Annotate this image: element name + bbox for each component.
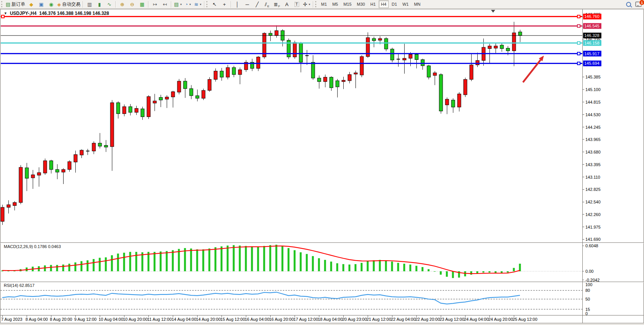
text-label-button[interactable]: T [292, 0, 302, 8]
candlestick-chart-icon: ▮ [98, 2, 101, 7]
bear-candle [190, 89, 193, 96]
periods-button[interactable]: ◔▾ [183, 0, 193, 8]
price-tick [582, 239, 584, 240]
timeframe-d1[interactable]: D1 [389, 0, 399, 8]
tile-windows-button[interactable]: ▦ [137, 0, 147, 8]
time-tick-label: 15 Aug 12:00 [220, 317, 245, 322]
new-order-button[interactable]: ▤新订单 [5, 0, 26, 8]
hline-146.545[interactable] [1, 26, 582, 27]
macd-bar [135, 252, 137, 271]
time-tick-label: 14 Aug 20:00 [196, 317, 221, 322]
auto-scroll-button[interactable]: ↦ [150, 0, 160, 8]
bull-candle [1, 207, 4, 221]
zoom-in-button[interactable]: ⊕ [117, 0, 127, 8]
timeframe-w1[interactable]: W1 [400, 0, 411, 8]
macd-bar [361, 263, 363, 271]
chart-shift-button[interactable]: ↤ [160, 0, 170, 8]
text-button[interactable]: A [282, 0, 292, 8]
hline-handle[interactable] [577, 52, 580, 55]
bull-candle [110, 103, 114, 147]
hline-handle[interactable] [577, 42, 580, 44]
bull-candle [80, 150, 83, 155]
bull-candle [457, 94, 461, 107]
pane-separator[interactable] [0, 282, 644, 282]
timeframe-h1[interactable]: H1 [368, 0, 378, 8]
toolbar-grip[interactable] [206, 1, 209, 7]
horizontal-line-button[interactable]: ─ [242, 0, 252, 8]
line-chart-button[interactable]: ∿ [104, 0, 114, 8]
hline-handle[interactable] [577, 62, 580, 65]
macd-bar [489, 271, 491, 272]
macd-bar [330, 262, 332, 271]
timeframe-m1[interactable]: M1 [319, 0, 329, 8]
templates-button[interactable]: ≋▾ [193, 0, 203, 8]
timeframe-m5[interactable]: M5 [330, 0, 340, 8]
timeframe-mn[interactable]: MN [412, 0, 423, 8]
styles-button[interactable]: ◆ [26, 0, 36, 8]
autotrading-button-label: 自动交易 [62, 1, 80, 8]
hline-146.328[interactable] [1, 35, 582, 36]
crosshair-button[interactable]: + [220, 0, 230, 8]
profiles-button[interactable]: ▣ [36, 0, 46, 8]
rsi-tick-label: 15 [585, 307, 590, 312]
price-badge-label: 145.917 [584, 51, 599, 56]
pane-separator-highlight [0, 282, 644, 283]
hline-handle[interactable] [577, 25, 580, 27]
bull-candle [147, 96, 150, 117]
bull-candle [238, 70, 242, 75]
time-tick-label: 16 Aug 04:00 [245, 317, 269, 322]
new-chart-button[interactable]: ▤▾ [173, 0, 183, 8]
timeframe-m30[interactable]: M30 [355, 0, 367, 8]
vertical-line-button[interactable]: │ [233, 0, 242, 8]
toolbar-grip[interactable] [315, 1, 317, 7]
fibonacci-icon: ≣ [274, 2, 278, 7]
bar-chart-button[interactable]: ▥ [84, 0, 94, 8]
macd-bar [282, 246, 284, 271]
crosshair-icon: + [223, 2, 226, 7]
macd-tick-label: 0.6048 [585, 243, 598, 248]
doji-candle [305, 55, 309, 56]
hline-145.694[interactable] [1, 63, 582, 64]
notifications-button[interactable]: 1 [633, 0, 643, 8]
pane-separator[interactable] [0, 242, 644, 243]
hline-handle[interactable] [577, 15, 580, 18]
macd-bar [221, 247, 223, 271]
one-click-trading-icon[interactable]: ▼ [4, 11, 7, 15]
price-badge-label: 146.545 [584, 24, 599, 28]
price-tick [582, 77, 584, 77]
macd-bar [385, 260, 387, 271]
trendline-button[interactable]: ╱ [252, 0, 262, 8]
horizontal-line-icon: ─ [245, 2, 249, 7]
toolbar-grip[interactable] [1, 1, 3, 7]
autotrading-button[interactable]: ◈自动交易 [56, 0, 81, 8]
timeframe-h4[interactable]: H4 [379, 0, 389, 8]
arrows-button[interactable]: ✢▾ [302, 0, 312, 8]
hline-146.760[interactable] [1, 16, 582, 17]
macd-bar [446, 271, 448, 277]
time-tick-label: 22 Aug 20:00 [415, 317, 440, 322]
equidistant-channel-button[interactable]: ⫽E [262, 0, 272, 8]
macd-bar [129, 252, 131, 271]
bull-candle [153, 101, 156, 103]
macd-bar [166, 251, 168, 271]
fibonacci-button[interactable]: ≣F [272, 0, 282, 8]
bull-candle [360, 56, 363, 75]
rsi-tick-label: 100 [585, 282, 592, 287]
hline-145.917[interactable] [1, 53, 582, 54]
bear-candle [518, 32, 522, 35]
toolbar-separator [204, 1, 205, 8]
price-tick-label: 142.540 [585, 200, 601, 204]
bear-candle [415, 54, 418, 60]
bull-candle [7, 205, 10, 207]
zoom-out-button[interactable]: ⊖ [127, 0, 137, 8]
chart-canvas[interactable]: 146.805146.520146.235145.950145.665145.3… [0, 0, 644, 325]
signals-button[interactable]: ◉ [46, 0, 56, 8]
bear-candle [451, 100, 455, 107]
cursor-button[interactable]: ↖ [210, 0, 220, 8]
timeframe-m15[interactable]: M15 [341, 0, 354, 8]
candlestick-chart-button[interactable]: ▮ [94, 0, 104, 8]
bull-candle [378, 38, 382, 40]
search-button[interactable] [623, 0, 633, 8]
hline-146.158[interactable] [1, 42, 582, 43]
bear-candle [427, 66, 430, 77]
